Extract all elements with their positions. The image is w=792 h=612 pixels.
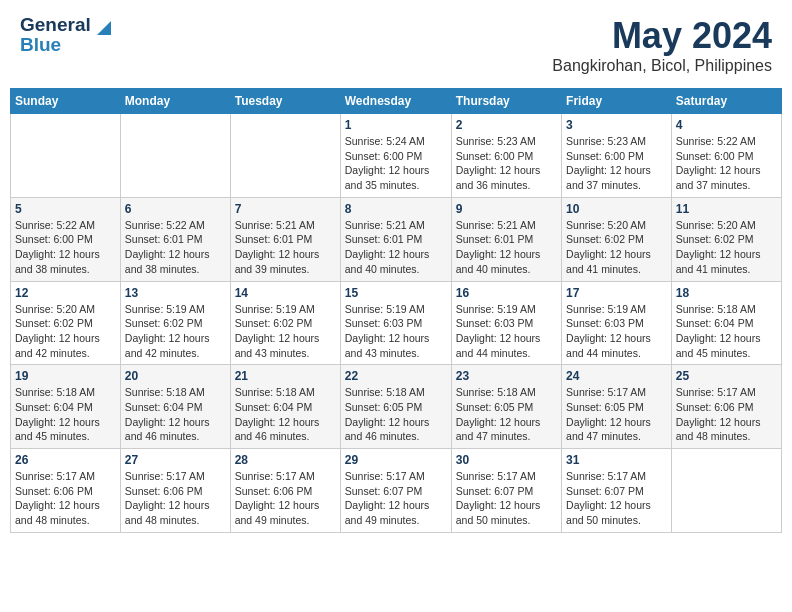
calendar-cell: 23Sunrise: 5:18 AMSunset: 6:05 PMDayligh…	[451, 365, 561, 449]
calendar-cell: 1Sunrise: 5:24 AMSunset: 6:00 PMDaylight…	[340, 114, 451, 198]
day-info: Sunrise: 5:19 AMSunset: 6:02 PMDaylight:…	[235, 302, 336, 361]
day-header-saturday: Saturday	[671, 89, 781, 114]
calendar-cell: 31Sunrise: 5:17 AMSunset: 6:07 PMDayligh…	[562, 449, 672, 533]
day-number: 2	[456, 118, 557, 132]
day-number: 13	[125, 286, 226, 300]
day-number: 12	[15, 286, 116, 300]
calendar-cell: 25Sunrise: 5:17 AMSunset: 6:06 PMDayligh…	[671, 365, 781, 449]
calendar-cell: 30Sunrise: 5:17 AMSunset: 6:07 PMDayligh…	[451, 449, 561, 533]
calendar-cell: 16Sunrise: 5:19 AMSunset: 6:03 PMDayligh…	[451, 281, 561, 365]
day-info: Sunrise: 5:18 AMSunset: 6:04 PMDaylight:…	[15, 385, 116, 444]
day-info: Sunrise: 5:18 AMSunset: 6:05 PMDaylight:…	[456, 385, 557, 444]
day-info: Sunrise: 5:21 AMSunset: 6:01 PMDaylight:…	[456, 218, 557, 277]
page-subtitle: Bangkirohan, Bicol, Philippines	[552, 57, 772, 75]
day-number: 26	[15, 453, 116, 467]
calendar-cell: 12Sunrise: 5:20 AMSunset: 6:02 PMDayligh…	[11, 281, 121, 365]
calendar-cell: 3Sunrise: 5:23 AMSunset: 6:00 PMDaylight…	[562, 114, 672, 198]
day-info: Sunrise: 5:20 AMSunset: 6:02 PMDaylight:…	[676, 218, 777, 277]
day-number: 20	[125, 369, 226, 383]
day-number: 29	[345, 453, 447, 467]
day-info: Sunrise: 5:17 AMSunset: 6:06 PMDaylight:…	[15, 469, 116, 528]
day-number: 25	[676, 369, 777, 383]
day-info: Sunrise: 5:19 AMSunset: 6:03 PMDaylight:…	[345, 302, 447, 361]
day-number: 17	[566, 286, 667, 300]
calendar-cell: 26Sunrise: 5:17 AMSunset: 6:06 PMDayligh…	[11, 449, 121, 533]
calendar-cell: 19Sunrise: 5:18 AMSunset: 6:04 PMDayligh…	[11, 365, 121, 449]
day-number: 27	[125, 453, 226, 467]
calendar-week-1: 1Sunrise: 5:24 AMSunset: 6:00 PMDaylight…	[11, 114, 782, 198]
day-header-wednesday: Wednesday	[340, 89, 451, 114]
calendar-cell: 9Sunrise: 5:21 AMSunset: 6:01 PMDaylight…	[451, 197, 561, 281]
svg-marker-0	[97, 21, 111, 35]
day-info: Sunrise: 5:18 AMSunset: 6:04 PMDaylight:…	[676, 302, 777, 361]
calendar-cell: 24Sunrise: 5:17 AMSunset: 6:05 PMDayligh…	[562, 365, 672, 449]
calendar-table: SundayMondayTuesdayWednesdayThursdayFrid…	[10, 88, 782, 533]
day-number: 9	[456, 202, 557, 216]
day-info: Sunrise: 5:18 AMSunset: 6:05 PMDaylight:…	[345, 385, 447, 444]
calendar-week-2: 5Sunrise: 5:22 AMSunset: 6:00 PMDaylight…	[11, 197, 782, 281]
day-header-friday: Friday	[562, 89, 672, 114]
day-info: Sunrise: 5:17 AMSunset: 6:05 PMDaylight:…	[566, 385, 667, 444]
day-number: 18	[676, 286, 777, 300]
calendar-week-3: 12Sunrise: 5:20 AMSunset: 6:02 PMDayligh…	[11, 281, 782, 365]
day-info: Sunrise: 5:19 AMSunset: 6:03 PMDaylight:…	[456, 302, 557, 361]
calendar-cell	[120, 114, 230, 198]
calendar-cell: 10Sunrise: 5:20 AMSunset: 6:02 PMDayligh…	[562, 197, 672, 281]
page-header: General Blue May 2024 Bangkirohan, Bicol…	[10, 10, 782, 80]
calendar-cell: 20Sunrise: 5:18 AMSunset: 6:04 PMDayligh…	[120, 365, 230, 449]
calendar-week-5: 26Sunrise: 5:17 AMSunset: 6:06 PMDayligh…	[11, 449, 782, 533]
page-title: May 2024	[552, 15, 772, 57]
day-header-monday: Monday	[120, 89, 230, 114]
calendar-cell	[671, 449, 781, 533]
calendar-cell: 18Sunrise: 5:18 AMSunset: 6:04 PMDayligh…	[671, 281, 781, 365]
day-info: Sunrise: 5:21 AMSunset: 6:01 PMDaylight:…	[345, 218, 447, 277]
day-number: 19	[15, 369, 116, 383]
calendar-cell: 14Sunrise: 5:19 AMSunset: 6:02 PMDayligh…	[230, 281, 340, 365]
day-number: 11	[676, 202, 777, 216]
day-number: 30	[456, 453, 557, 467]
title-area: May 2024 Bangkirohan, Bicol, Philippines	[552, 15, 772, 75]
day-number: 31	[566, 453, 667, 467]
calendar-cell: 7Sunrise: 5:21 AMSunset: 6:01 PMDaylight…	[230, 197, 340, 281]
calendar-cell: 17Sunrise: 5:19 AMSunset: 6:03 PMDayligh…	[562, 281, 672, 365]
calendar-cell: 4Sunrise: 5:22 AMSunset: 6:00 PMDaylight…	[671, 114, 781, 198]
day-header-sunday: Sunday	[11, 89, 121, 114]
logo: General Blue	[20, 15, 115, 55]
calendar-week-4: 19Sunrise: 5:18 AMSunset: 6:04 PMDayligh…	[11, 365, 782, 449]
day-info: Sunrise: 5:17 AMSunset: 6:06 PMDaylight:…	[676, 385, 777, 444]
day-number: 1	[345, 118, 447, 132]
day-info: Sunrise: 5:20 AMSunset: 6:02 PMDaylight:…	[15, 302, 116, 361]
calendar-cell: 5Sunrise: 5:22 AMSunset: 6:00 PMDaylight…	[11, 197, 121, 281]
day-info: Sunrise: 5:19 AMSunset: 6:02 PMDaylight:…	[125, 302, 226, 361]
calendar-cell: 6Sunrise: 5:22 AMSunset: 6:01 PMDaylight…	[120, 197, 230, 281]
calendar-cell: 8Sunrise: 5:21 AMSunset: 6:01 PMDaylight…	[340, 197, 451, 281]
day-number: 21	[235, 369, 336, 383]
day-header-tuesday: Tuesday	[230, 89, 340, 114]
calendar-cell	[11, 114, 121, 198]
day-info: Sunrise: 5:20 AMSunset: 6:02 PMDaylight:…	[566, 218, 667, 277]
day-number: 24	[566, 369, 667, 383]
day-number: 14	[235, 286, 336, 300]
day-number: 16	[456, 286, 557, 300]
day-info: Sunrise: 5:23 AMSunset: 6:00 PMDaylight:…	[456, 134, 557, 193]
calendar-cell: 22Sunrise: 5:18 AMSunset: 6:05 PMDayligh…	[340, 365, 451, 449]
day-header-thursday: Thursday	[451, 89, 561, 114]
day-info: Sunrise: 5:17 AMSunset: 6:06 PMDaylight:…	[235, 469, 336, 528]
day-number: 6	[125, 202, 226, 216]
calendar-cell: 27Sunrise: 5:17 AMSunset: 6:06 PMDayligh…	[120, 449, 230, 533]
day-info: Sunrise: 5:22 AMSunset: 6:00 PMDaylight:…	[676, 134, 777, 193]
day-info: Sunrise: 5:24 AMSunset: 6:00 PMDaylight:…	[345, 134, 447, 193]
day-info: Sunrise: 5:17 AMSunset: 6:07 PMDaylight:…	[456, 469, 557, 528]
day-number: 22	[345, 369, 447, 383]
day-number: 7	[235, 202, 336, 216]
day-info: Sunrise: 5:17 AMSunset: 6:07 PMDaylight:…	[566, 469, 667, 528]
day-number: 10	[566, 202, 667, 216]
day-info: Sunrise: 5:19 AMSunset: 6:03 PMDaylight:…	[566, 302, 667, 361]
day-number: 8	[345, 202, 447, 216]
day-info: Sunrise: 5:21 AMSunset: 6:01 PMDaylight:…	[235, 218, 336, 277]
calendar-cell: 13Sunrise: 5:19 AMSunset: 6:02 PMDayligh…	[120, 281, 230, 365]
day-info: Sunrise: 5:18 AMSunset: 6:04 PMDaylight:…	[125, 385, 226, 444]
day-number: 3	[566, 118, 667, 132]
calendar-cell: 11Sunrise: 5:20 AMSunset: 6:02 PMDayligh…	[671, 197, 781, 281]
day-number: 4	[676, 118, 777, 132]
